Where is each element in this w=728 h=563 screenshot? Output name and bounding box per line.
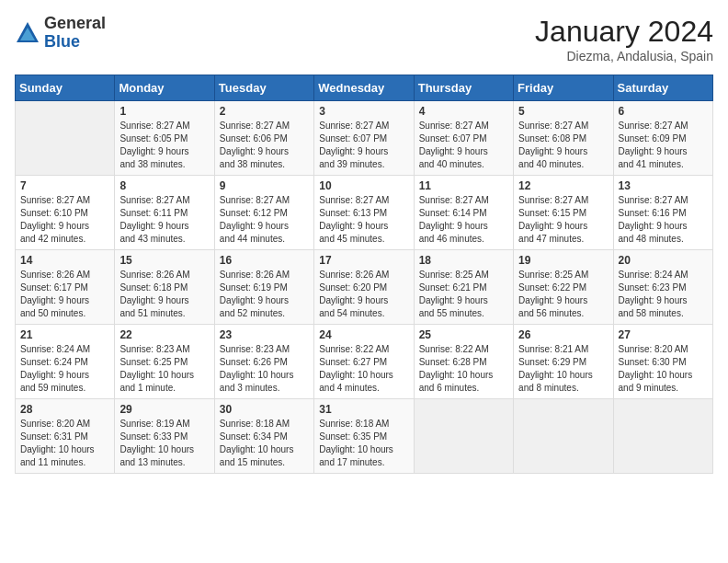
day-info: Sunrise: 8:22 AM Sunset: 6:27 PM Dayligh… bbox=[319, 343, 408, 395]
calendar-cell: 3Sunrise: 8:27 AM Sunset: 6:07 PM Daylig… bbox=[314, 101, 414, 176]
day-info: Sunrise: 8:26 AM Sunset: 6:17 PM Dayligh… bbox=[20, 269, 109, 320]
calendar-cell: 5Sunrise: 8:27 AM Sunset: 6:08 PM Daylig… bbox=[514, 101, 613, 176]
day-info: Sunrise: 8:27 AM Sunset: 6:06 PM Dayligh… bbox=[220, 120, 309, 171]
day-number: 29 bbox=[119, 403, 209, 416]
weekday-header-monday: Monday bbox=[115, 75, 214, 101]
day-info: Sunrise: 8:27 AM Sunset: 6:05 PM Dayligh… bbox=[119, 120, 209, 171]
day-info: Sunrise: 8:22 AM Sunset: 6:28 PM Dayligh… bbox=[419, 343, 508, 395]
calendar-cell bbox=[16, 101, 115, 176]
day-info: Sunrise: 8:18 AM Sunset: 6:34 PM Dayligh… bbox=[220, 418, 309, 469]
day-info: Sunrise: 8:27 AM Sunset: 6:15 PM Dayligh… bbox=[518, 194, 608, 246]
calendar-cell: 18Sunrise: 8:25 AM Sunset: 6:21 PM Dayli… bbox=[414, 250, 513, 325]
calendar-week-row: 28Sunrise: 8:20 AM Sunset: 6:31 PM Dayli… bbox=[16, 399, 713, 474]
day-info: Sunrise: 8:27 AM Sunset: 6:08 PM Dayligh… bbox=[518, 120, 608, 171]
logo-blue-text: Blue bbox=[44, 33, 106, 52]
calendar-cell bbox=[613, 399, 712, 474]
day-number: 1 bbox=[119, 105, 209, 118]
day-info: Sunrise: 8:26 AM Sunset: 6:20 PM Dayligh… bbox=[319, 269, 408, 320]
day-info: Sunrise: 8:24 AM Sunset: 6:24 PM Dayligh… bbox=[20, 343, 109, 395]
day-number: 26 bbox=[518, 328, 608, 341]
calendar-cell: 1Sunrise: 8:27 AM Sunset: 6:05 PM Daylig… bbox=[115, 101, 214, 176]
day-number: 30 bbox=[220, 403, 309, 416]
calendar-cell: 16Sunrise: 8:26 AM Sunset: 6:19 PM Dayli… bbox=[214, 250, 313, 325]
day-number: 23 bbox=[220, 328, 309, 341]
day-number: 11 bbox=[419, 179, 508, 192]
day-number: 9 bbox=[220, 179, 309, 192]
calendar-cell: 21Sunrise: 8:24 AM Sunset: 6:24 PM Dayli… bbox=[16, 325, 115, 399]
day-info: Sunrise: 8:25 AM Sunset: 6:21 PM Dayligh… bbox=[419, 269, 508, 320]
day-number: 24 bbox=[319, 328, 408, 341]
day-info: Sunrise: 8:27 AM Sunset: 6:16 PM Dayligh… bbox=[619, 194, 708, 246]
calendar-cell: 7Sunrise: 8:27 AM Sunset: 6:10 PM Daylig… bbox=[16, 176, 115, 250]
day-number: 18 bbox=[419, 254, 508, 267]
page-header: General Blue January 2024 Diezma, Andalu… bbox=[15, 15, 713, 63]
day-info: Sunrise: 8:26 AM Sunset: 6:18 PM Dayligh… bbox=[119, 269, 209, 320]
logo-general-text: General bbox=[44, 15, 106, 33]
weekday-header-sunday: Sunday bbox=[16, 75, 115, 101]
calendar-cell: 29Sunrise: 8:19 AM Sunset: 6:33 PM Dayli… bbox=[115, 399, 214, 474]
day-info: Sunrise: 8:23 AM Sunset: 6:26 PM Dayligh… bbox=[220, 343, 309, 395]
calendar-cell: 24Sunrise: 8:22 AM Sunset: 6:27 PM Dayli… bbox=[314, 325, 414, 399]
title-block: January 2024 Diezma, Andalusia, Spain bbox=[535, 15, 713, 63]
day-number: 16 bbox=[220, 254, 309, 267]
calendar-cell: 4Sunrise: 8:27 AM Sunset: 6:07 PM Daylig… bbox=[414, 101, 513, 176]
weekday-header-tuesday: Tuesday bbox=[214, 75, 313, 101]
day-number: 22 bbox=[119, 328, 209, 341]
day-number: 13 bbox=[619, 179, 708, 192]
logo: General Blue bbox=[15, 15, 106, 52]
calendar-header: SundayMondayTuesdayWednesdayThursdayFrid… bbox=[16, 75, 713, 101]
calendar-cell: 2Sunrise: 8:27 AM Sunset: 6:06 PM Daylig… bbox=[214, 101, 313, 176]
day-info: Sunrise: 8:27 AM Sunset: 6:14 PM Dayligh… bbox=[419, 194, 508, 246]
day-number: 21 bbox=[20, 328, 109, 341]
day-number: 2 bbox=[220, 105, 309, 118]
calendar-cell: 22Sunrise: 8:23 AM Sunset: 6:25 PM Dayli… bbox=[115, 325, 214, 399]
calendar-cell: 9Sunrise: 8:27 AM Sunset: 6:12 PM Daylig… bbox=[214, 176, 313, 250]
calendar-cell: 17Sunrise: 8:26 AM Sunset: 6:20 PM Dayli… bbox=[314, 250, 414, 325]
calendar-cell: 14Sunrise: 8:26 AM Sunset: 6:17 PM Dayli… bbox=[16, 250, 115, 325]
weekday-header-saturday: Saturday bbox=[613, 75, 712, 101]
day-number: 15 bbox=[119, 254, 209, 267]
day-info: Sunrise: 8:20 AM Sunset: 6:31 PM Dayligh… bbox=[20, 418, 109, 469]
day-number: 17 bbox=[319, 254, 408, 267]
calendar-cell: 30Sunrise: 8:18 AM Sunset: 6:34 PM Dayli… bbox=[214, 399, 313, 474]
calendar-cell: 28Sunrise: 8:20 AM Sunset: 6:31 PM Dayli… bbox=[16, 399, 115, 474]
day-number: 8 bbox=[119, 179, 209, 192]
day-info: Sunrise: 8:27 AM Sunset: 6:09 PM Dayligh… bbox=[619, 120, 708, 171]
calendar-cell: 8Sunrise: 8:27 AM Sunset: 6:11 PM Daylig… bbox=[115, 176, 214, 250]
day-number: 14 bbox=[20, 254, 109, 267]
calendar-cell bbox=[414, 399, 513, 474]
month-year-title: January 2024 bbox=[535, 15, 713, 49]
day-info: Sunrise: 8:24 AM Sunset: 6:23 PM Dayligh… bbox=[619, 269, 708, 320]
day-number: 5 bbox=[518, 105, 608, 118]
weekday-header-thursday: Thursday bbox=[414, 75, 513, 101]
weekday-header-friday: Friday bbox=[514, 75, 613, 101]
calendar-week-row: 1Sunrise: 8:27 AM Sunset: 6:05 PM Daylig… bbox=[16, 101, 713, 176]
day-number: 10 bbox=[319, 179, 408, 192]
day-number: 6 bbox=[619, 105, 708, 118]
day-number: 31 bbox=[319, 403, 408, 416]
weekday-header-wednesday: Wednesday bbox=[314, 75, 414, 101]
day-info: Sunrise: 8:27 AM Sunset: 6:11 PM Dayligh… bbox=[119, 194, 209, 246]
day-number: 4 bbox=[419, 105, 508, 118]
calendar-cell: 26Sunrise: 8:21 AM Sunset: 6:29 PM Dayli… bbox=[514, 325, 613, 399]
day-number: 25 bbox=[419, 328, 508, 341]
calendar-cell: 10Sunrise: 8:27 AM Sunset: 6:13 PM Dayli… bbox=[314, 176, 414, 250]
day-info: Sunrise: 8:27 AM Sunset: 6:07 PM Dayligh… bbox=[319, 120, 408, 171]
weekday-header-row: SundayMondayTuesdayWednesdayThursdayFrid… bbox=[16, 75, 713, 101]
calendar-cell bbox=[514, 399, 613, 474]
calendar-cell: 15Sunrise: 8:26 AM Sunset: 6:18 PM Dayli… bbox=[115, 250, 214, 325]
logo-icon bbox=[15, 20, 40, 46]
day-info: Sunrise: 8:27 AM Sunset: 6:12 PM Dayligh… bbox=[220, 194, 309, 246]
calendar-cell: 27Sunrise: 8:20 AM Sunset: 6:30 PM Dayli… bbox=[613, 325, 712, 399]
calendar-cell: 11Sunrise: 8:27 AM Sunset: 6:14 PM Dayli… bbox=[414, 176, 513, 250]
day-number: 28 bbox=[20, 403, 109, 416]
calendar-week-row: 14Sunrise: 8:26 AM Sunset: 6:17 PM Dayli… bbox=[16, 250, 713, 325]
day-info: Sunrise: 8:19 AM Sunset: 6:33 PM Dayligh… bbox=[119, 418, 209, 469]
calendar-cell: 6Sunrise: 8:27 AM Sunset: 6:09 PM Daylig… bbox=[613, 101, 712, 176]
day-info: Sunrise: 8:27 AM Sunset: 6:07 PM Dayligh… bbox=[419, 120, 508, 171]
day-number: 3 bbox=[319, 105, 408, 118]
day-info: Sunrise: 8:25 AM Sunset: 6:22 PM Dayligh… bbox=[518, 269, 608, 320]
calendar-table: SundayMondayTuesdayWednesdayThursdayFrid… bbox=[15, 75, 713, 474]
day-info: Sunrise: 8:27 AM Sunset: 6:10 PM Dayligh… bbox=[20, 194, 109, 246]
calendar-week-row: 21Sunrise: 8:24 AM Sunset: 6:24 PM Dayli… bbox=[16, 325, 713, 399]
